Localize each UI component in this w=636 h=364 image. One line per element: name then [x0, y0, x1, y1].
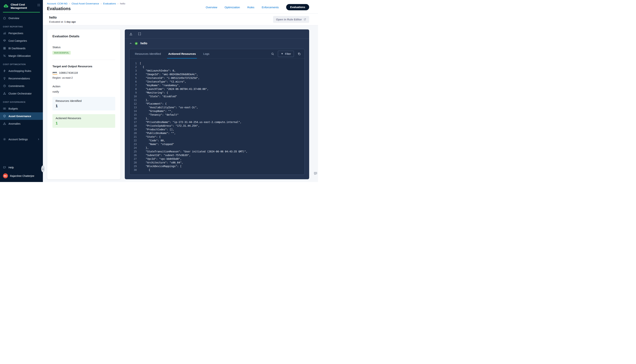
line-number: 13 — [129, 106, 137, 109]
line-number: 16 — [129, 116, 137, 120]
tab-actioned-resources[interactable]: Actioned Resources — [167, 49, 197, 58]
code-text: "InstanceId": "i-00512145e7372325d", — [140, 76, 199, 80]
nav-link-overview[interactable]: Overview — [206, 6, 217, 9]
code-line: 4 "ImageId": "ami-002438e556dd03e4c", — [129, 72, 304, 76]
code-block[interactable]: 1[2 {3 "AmiLaunchIndex": 0,4 "ImageId": … — [129, 59, 304, 175]
line-number: 9 — [129, 91, 137, 94]
line-number: 22 — [129, 138, 137, 142]
code-line: 28 "Architecture": "x86_64", — [129, 161, 304, 164]
line-number: 15 — [129, 113, 137, 116]
download-icon[interactable] — [129, 32, 133, 36]
code-line: 7 "KeyName": "randomkey", — [129, 84, 304, 87]
chevron-up-icon[interactable] — [129, 42, 132, 45]
sidebar-item-cost-categories[interactable]: Cost Categories — [0, 37, 43, 44]
code-text: "Architecture": "x86_64", — [140, 161, 183, 164]
breadcrumb-account[interactable]: Account: CCM-NG — [47, 2, 68, 5]
search-icon[interactable] — [271, 52, 274, 56]
sidebar-item-label: BI Dashboards — [9, 47, 26, 50]
sidebar-item-budgets[interactable]: Budgets — [0, 105, 43, 112]
code-line: 8 "LaunchTime": "2024-06-06T04:41:37+00:… — [129, 87, 304, 91]
sidebar-item-label: Cluster Orchestrator — [9, 92, 32, 95]
details-card-title: Evaluation Details — [53, 34, 115, 38]
open-rule-editor-button[interactable]: Open in Rule Editor — [273, 16, 309, 23]
sidebar-item-label: Account Settings — [9, 138, 28, 141]
open-rule-editor-label: Open in Rule Editor — [276, 18, 302, 21]
nav-group-cost-reporting: COST REPORTING — [0, 22, 43, 30]
sidebar-item-label: Commitments — [9, 84, 24, 88]
sidebar-header: $ Cloud Cost Management — [0, 0, 43, 12]
nav-group-cost-optimization: COST OPTIMIZATION — [0, 60, 43, 67]
sidebar-item-margin-obfuscation[interactable]: Margin Obfuscation — [0, 52, 43, 60]
code-line: 22 "Code": 80, — [129, 138, 304, 142]
user-profile[interactable]: RC Rajarshee Chatterjee — [3, 173, 40, 178]
breadcrumb-evaluations[interactable]: Evaluations — [103, 2, 116, 5]
code-text: "Placement": { — [140, 102, 167, 106]
line-number: 10 — [129, 94, 137, 98]
filter-label: Filter — [285, 52, 291, 55]
sidebar-item-label: Recommendations — [9, 77, 30, 80]
sidebar-item-asset-governance[interactable]: Asset Governance — [0, 112, 43, 120]
sidebar-item-commitments[interactable]: Commitments — [0, 82, 43, 90]
sidebar-item-label: Margin Obfuscation — [9, 54, 31, 57]
percent-icon — [3, 54, 6, 57]
code-text: "ImageId": "ami-002438e556dd03e4c", — [140, 72, 198, 76]
code-text: "State": "disabled" — [140, 94, 177, 98]
code-line: 30 { — [129, 168, 304, 172]
stat-label: Resources Identified — [56, 99, 112, 102]
filter-button[interactable]: Filter — [278, 51, 294, 57]
cluster-icon — [3, 92, 6, 95]
nav-link-rules[interactable]: Rules — [247, 6, 254, 9]
module-nav: Overview Optimization Rules Enforcements… — [206, 2, 309, 10]
code-text: "ProductCodes": [], — [140, 128, 174, 131]
sidebar-item-anomalies[interactable]: Anomalies — [0, 120, 43, 128]
fullscreen-icon[interactable] — [138, 32, 141, 36]
sidebar: $ Cloud Cost Management Overview COST RE… — [0, 0, 43, 182]
sidebar-item-autostopping-rules[interactable]: AutoStopping Rules — [0, 67, 43, 75]
apps-grid-icon[interactable] — [37, 3, 40, 6]
aws-account-id: 108817434118 — [59, 71, 78, 74]
stat-resources-identified: Resources Identified 1 — [53, 97, 115, 110]
nav-link-evaluations-active[interactable]: Evaluations — [286, 4, 309, 10]
stat-actioned-resources: Actioned Resources 1 — [53, 114, 115, 128]
sidebar-item-cluster-orchestrator[interactable]: Cluster Orchestrator — [0, 90, 43, 97]
sidebar-item-account-settings[interactable]: Account Settings — [0, 136, 43, 143]
content-row: Evaluation Details Status SUCCESSFUL Tar… — [43, 25, 318, 182]
cost-categories-icon — [3, 39, 6, 42]
sidebar-item-overview[interactable]: Overview — [0, 14, 43, 22]
results-viewer-panel: hello Resources Identified Actioned Reso… — [125, 30, 309, 179]
line-number: 6 — [129, 80, 137, 84]
status-badge: SUCCESSFUL — [53, 51, 71, 54]
code-text: { — [140, 65, 144, 69]
line-number: 20 — [129, 131, 137, 135]
nav-link-optimization[interactable]: Optimization — [224, 6, 240, 9]
sidebar-item-recommendations[interactable]: Recommendations — [0, 75, 43, 82]
tab-resources-identified[interactable]: Resources Identified — [134, 49, 162, 58]
support-chat-icon[interactable] — [313, 172, 317, 176]
sidebar-item-bi-dashboards[interactable]: BI Dashboards — [0, 44, 43, 52]
sidebar-item-label: Budgets — [9, 107, 18, 110]
region-text: Region: us-east-2 — [53, 76, 115, 79]
line-number: 17 — [129, 120, 137, 124]
line-number: 4 — [129, 72, 137, 76]
code-text: "GroupName": "", — [140, 109, 173, 113]
help-chat-icon — [3, 166, 6, 169]
sidebar-collapse-handle[interactable]: ‹ — [41, 166, 45, 172]
sidebar-item-label: Cost Categories — [9, 39, 27, 42]
nav-link-enforcements[interactable]: Enforcements — [262, 6, 279, 9]
stat-value: 1 — [56, 121, 112, 126]
breadcrumb-cloud-asset-governance[interactable]: Cloud Asset Governance — [72, 2, 99, 5]
code-line: 23 "Name": "stopped" — [129, 142, 304, 146]
line-number: 23 — [129, 142, 137, 146]
code-line: 10 "State": "disabled" — [129, 94, 304, 98]
help-button[interactable]: Help — [3, 165, 40, 170]
tab-logs[interactable]: Logs — [202, 49, 210, 58]
code-text: [ — [140, 62, 141, 65]
sidebar-item-perspectives[interactable]: Perspectives — [0, 30, 43, 37]
line-number: 30 — [129, 168, 137, 172]
copy-icon[interactable] — [297, 52, 301, 56]
bolt-icon — [3, 69, 6, 72]
evaluation-title-block: hello Evaluated at: 1 day ago — [49, 16, 76, 23]
ccm-logo-icon: $ — [3, 3, 9, 9]
code-text: "PublicDnsName": "", — [140, 131, 176, 135]
code-line: 20 "PublicDnsName": "", — [129, 131, 304, 135]
